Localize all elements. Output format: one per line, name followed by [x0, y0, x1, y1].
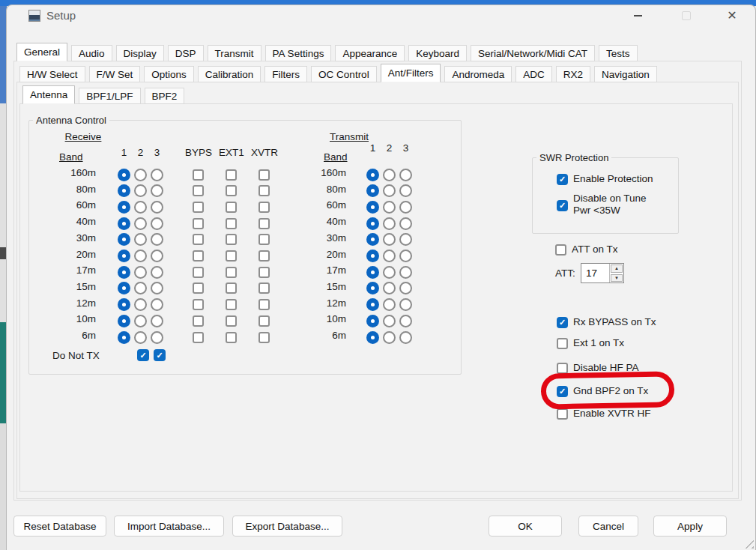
checkbox-rx-bypass-on-tx[interactable] — [557, 317, 568, 328]
cancel-button[interactable]: Cancel — [578, 516, 638, 537]
tab-ant-filters[interactable]: Ant/Filters — [381, 64, 441, 82]
tx-options: Rx BYPASS on TxExt 1 on TxDisable HF PAG… — [0, 0, 756, 550]
tab-general[interactable]: General — [16, 43, 67, 61]
enable-xvtr-hf-label[interactable]: Enable XVTR HF — [573, 408, 651, 419]
checkbox-enable-xvtr-hf[interactable] — [557, 408, 568, 420]
checkbox-disable-hf-pa[interactable] — [557, 363, 568, 374]
checkbox-ext-1-on-tx[interactable] — [557, 338, 568, 349]
tab-antenna[interactable]: Antenna — [22, 85, 75, 104]
rx-bypass-on-tx-label[interactable]: Rx BYPASS on Tx — [573, 316, 656, 327]
export-database-button[interactable]: Export Database... — [232, 516, 342, 537]
reset-database-button[interactable]: Reset Database — [13, 516, 106, 537]
red-circle-annotation — [541, 371, 675, 409]
import-database-button[interactable]: Import Database... — [114, 516, 224, 537]
ext-1-on-tx-label[interactable]: Ext 1 on Tx — [573, 337, 624, 348]
ok-button[interactable]: OK — [489, 516, 562, 537]
apply-button[interactable]: Apply — [653, 516, 727, 537]
